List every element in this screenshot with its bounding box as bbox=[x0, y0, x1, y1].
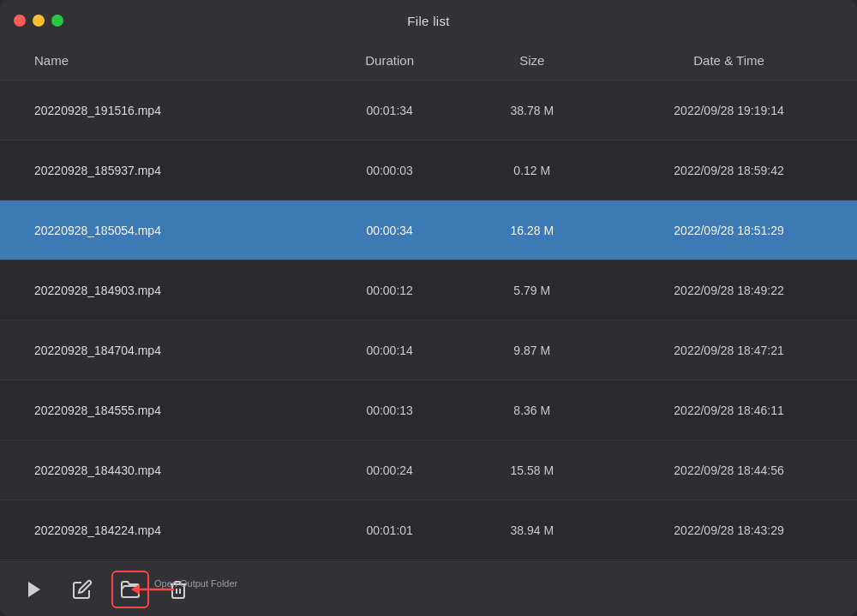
file-name: 20220928_184704.mp4 bbox=[0, 320, 316, 380]
table-row[interactable]: 20220928_184555.mp400:00:138.36 M2022/09… bbox=[0, 380, 857, 440]
file-datetime: 2022/09/28 18:43:29 bbox=[601, 500, 857, 560]
table-row[interactable]: 20220928_184224.mp400:01:0138.94 M2022/0… bbox=[0, 500, 857, 560]
file-name: 20220928_184224.mp4 bbox=[0, 500, 316, 560]
minimize-button[interactable] bbox=[33, 15, 45, 27]
file-size: 38.94 M bbox=[463, 500, 601, 560]
play-icon bbox=[24, 579, 45, 600]
column-header-datetime: Date & Time bbox=[601, 41, 857, 81]
table-row[interactable]: 20220928_184903.mp400:00:125.79 M2022/09… bbox=[0, 260, 857, 320]
file-datetime: 2022/09/28 18:51:29 bbox=[601, 200, 857, 260]
file-datetime: 2022/09/28 18:44:56 bbox=[601, 440, 857, 500]
file-name: 20220928_191516.mp4 bbox=[0, 81, 316, 141]
file-size: 5.79 M bbox=[463, 260, 601, 320]
play-button[interactable] bbox=[21, 576, 48, 603]
table-header-row: Name Duration Size Date & Time bbox=[0, 41, 857, 81]
table-row[interactable]: 20220928_191516.mp400:01:3438.78 M2022/0… bbox=[0, 81, 857, 141]
file-name: 20220928_184903.mp4 bbox=[0, 260, 316, 320]
column-header-size: Size bbox=[463, 41, 601, 81]
table-row[interactable]: 20220928_185937.mp400:00:030.12 M2022/09… bbox=[0, 141, 857, 200]
window-title: File list bbox=[407, 14, 449, 28]
file-size: 16.28 M bbox=[463, 200, 601, 260]
file-duration: 00:00:14 bbox=[316, 320, 464, 380]
file-duration: 00:00:12 bbox=[316, 260, 464, 320]
maximize-button[interactable] bbox=[51, 15, 63, 27]
file-duration: 00:01:34 bbox=[316, 81, 464, 141]
file-datetime: 2022/09/28 19:19:14 bbox=[601, 81, 857, 141]
file-name: 20220928_184430.mp4 bbox=[0, 440, 316, 500]
file-duration: 00:00:24 bbox=[316, 440, 464, 500]
edit-button[interactable] bbox=[69, 576, 96, 603]
file-size: 9.87 M bbox=[463, 320, 601, 380]
table-row[interactable]: 20220928_184430.mp400:00:2415.58 M2022/0… bbox=[0, 440, 857, 500]
file-table: Name Duration Size Date & Time 20220928_… bbox=[0, 41, 857, 560]
file-duration: 00:00:34 bbox=[316, 200, 464, 260]
table-row[interactable]: 20220928_184704.mp400:00:149.87 M2022/09… bbox=[0, 320, 857, 380]
edit-icon bbox=[72, 579, 93, 600]
toolbar: Open Output Folder bbox=[0, 561, 857, 616]
title-bar: File list bbox=[0, 0, 857, 41]
svg-marker-0 bbox=[28, 582, 40, 597]
file-list-body: 20220928_191516.mp400:01:3438.78 M2022/0… bbox=[0, 81, 857, 560]
traffic-lights bbox=[14, 15, 63, 27]
file-name: 20220928_185054.mp4 bbox=[0, 200, 316, 260]
file-duration: 00:00:13 bbox=[316, 380, 464, 440]
main-window: File list Name Duration Size Date & Time… bbox=[0, 0, 857, 616]
file-datetime: 2022/09/28 18:47:21 bbox=[601, 320, 857, 380]
table-row[interactable]: 20220928_185054.mp400:00:3416.28 M2022/0… bbox=[0, 200, 857, 260]
file-size: 15.58 M bbox=[463, 440, 601, 500]
file-datetime: 2022/09/28 18:46:11 bbox=[601, 380, 857, 440]
column-header-name: Name bbox=[0, 41, 316, 81]
file-datetime: 2022/09/28 18:59:42 bbox=[601, 141, 857, 200]
column-header-duration: Duration bbox=[316, 41, 464, 81]
file-duration: 00:01:01 bbox=[316, 500, 464, 560]
file-datetime: 2022/09/28 18:49:22 bbox=[601, 260, 857, 320]
file-size: 8.36 M bbox=[463, 380, 601, 440]
file-duration: 00:00:03 bbox=[316, 141, 464, 200]
file-name: 20220928_184555.mp4 bbox=[0, 380, 316, 440]
file-size: 38.78 M bbox=[463, 81, 601, 141]
close-button[interactable] bbox=[14, 15, 26, 27]
file-size: 0.12 M bbox=[463, 141, 601, 200]
file-name: 20220928_185937.mp4 bbox=[0, 141, 316, 200]
file-table-container[interactable]: Name Duration Size Date & Time 20220928_… bbox=[0, 41, 857, 561]
open-folder-tooltip: Open Output Folder bbox=[154, 578, 237, 589]
svg-marker-4 bbox=[131, 584, 140, 595]
